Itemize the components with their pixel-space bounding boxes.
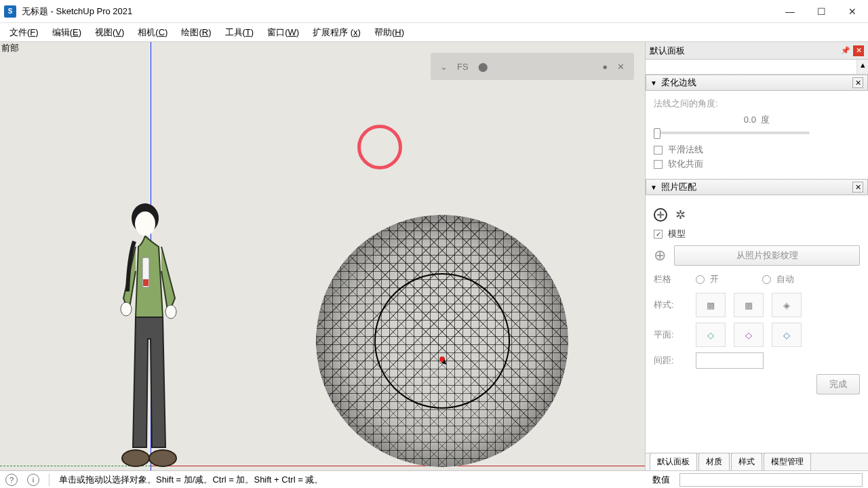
spacing-label: 间距: (654, 354, 688, 367)
menu-view[interactable]: 视图(V) (88, 24, 131, 41)
app-icon: S (4, 5, 16, 18)
angle-slider[interactable] (654, 131, 810, 134)
scrollbar-up-icon[interactable]: ▴ (856, 60, 868, 74)
project-texture-button[interactable]: 从照片投影纹理 (674, 245, 860, 266)
tray-close-icon[interactable]: ✕ (853, 45, 864, 56)
value-label: 数值 (652, 474, 670, 486)
menu-extensions[interactable]: 扩展程序 (x) (306, 24, 368, 41)
close-button[interactable]: ✕ (837, 0, 868, 23)
overlay-fs-label: FS (457, 62, 469, 72)
status-hint: 单击或拖动以选择对象。Shift = 加/减。Ctrl = 加。Shift + … (59, 474, 323, 486)
tab-materials[interactable]: 材质 (698, 453, 730, 470)
click-indicator (357, 125, 402, 169)
panel-photo-header[interactable]: ▼ 照片匹配 ✕ (646, 179, 868, 195)
tray-title-bar[interactable]: 默认面板 📌 ✕ (646, 42, 868, 60)
help-icon[interactable]: ? (5, 474, 18, 486)
angle-label: 法线之间的角度: (654, 98, 860, 110)
target-icon[interactable]: ⊕ (654, 247, 666, 264)
panel-soften-close-icon[interactable]: ✕ (852, 77, 863, 88)
radio-grid-auto[interactable]: 自动 (762, 273, 794, 285)
plane-xy-icon[interactable]: ◇ (696, 323, 726, 347)
recording-overlay: ⌄ FS ⬤ ● ✕ (431, 53, 634, 80)
chevron-down-icon[interactable]: ⌄ (440, 62, 448, 72)
svg-point-5 (165, 305, 176, 319)
plane-xz-icon[interactable]: ◇ (772, 323, 802, 347)
angle-value: 0.0 (744, 115, 756, 125)
panel-photo-title: 照片匹配 (661, 181, 696, 193)
menu-camera[interactable]: 相机(C) (131, 24, 174, 41)
info-icon[interactable]: i (27, 474, 39, 486)
pin-icon[interactable]: 📌 (841, 46, 850, 56)
collapse-icon: ▼ (650, 184, 657, 191)
plane-label: 平面: (654, 329, 688, 341)
checkbox-model[interactable]: ✓模型 (654, 228, 860, 240)
scale-figure (108, 203, 190, 469)
grid-label: 栏格 (654, 273, 688, 285)
menu-edit[interactable]: 编辑(E) (45, 24, 88, 41)
record-icon[interactable]: ● (602, 62, 608, 72)
style-cube2-icon[interactable]: ▦ (734, 293, 764, 317)
svg-point-6 (122, 450, 149, 466)
default-tray: 默认面板 📌 ✕ ▴ ▼ 柔化边线 ✕ 法线之间的角度: 0.0 度 平滑法线 (645, 42, 868, 470)
plane-yz-icon[interactable]: ◇ (734, 323, 764, 347)
panel-soften-header[interactable]: ▼ 柔化边线 ✕ (646, 75, 868, 91)
overlay-close-icon[interactable]: ✕ (617, 62, 625, 72)
minimize-button[interactable]: — (774, 0, 806, 23)
menu-window[interactable]: 窗口(W) (260, 24, 306, 41)
tray-tabs: 默认面板 材质 样式 模型管理 (646, 453, 868, 470)
checkbox-soften-coplanar[interactable]: 软化共面 (654, 158, 860, 170)
viewport-label: 前部 (1, 42, 19, 54)
panel-soften-body: 法线之间的角度: 0.0 度 平滑法线 软化共面 (646, 91, 868, 179)
shield-icon[interactable]: ⬤ (478, 62, 488, 72)
spacing-input[interactable] (696, 352, 764, 369)
panel-soften-title: 柔化边线 (661, 77, 696, 89)
collapse-icon: ▼ (650, 79, 657, 87)
style-cube1-icon[interactable]: ▩ (696, 293, 726, 317)
tab-styles[interactable]: 样式 (731, 453, 762, 470)
tray-title: 默认面板 (650, 45, 685, 57)
panel-photo-body: + ✲ ✓模型 ⊕ 从照片投影纹理 栏格 开 自动 样式: ▩ ▦ (646, 195, 868, 407)
menu-help[interactable]: 帮助(H) (368, 24, 411, 41)
workspace: 前部 ⌄ FS ⬤ ● ✕ (0, 42, 868, 470)
menu-file[interactable]: 文件(F) (3, 24, 45, 41)
checkbox-smooth-normals[interactable]: 平滑法线 (654, 144, 860, 156)
tray-spacer: ▴ (646, 60, 868, 75)
cursor-icon (439, 357, 448, 365)
svg-point-1 (135, 211, 155, 236)
svg-rect-3 (143, 279, 149, 286)
menu-tools[interactable]: 工具(T) (218, 24, 261, 41)
style-label: 样式: (654, 299, 688, 311)
menu-draw[interactable]: 绘图(R) (174, 24, 218, 41)
maximize-button[interactable]: ☐ (806, 0, 837, 23)
title-bar: S 无标题 - SketchUp Pro 2021 — ☐ ✕ (0, 0, 868, 23)
svg-point-4 (121, 302, 132, 316)
window-title: 无标题 - SketchUp Pro 2021 (22, 5, 132, 18)
radio-grid-on[interactable]: 开 (696, 273, 719, 285)
sphere-model[interactable] (316, 215, 568, 467)
panel-photo-close-icon[interactable]: ✕ (852, 182, 863, 192)
angle-unit: 度 (761, 115, 770, 125)
svg-point-7 (149, 450, 176, 466)
menu-bar: 文件(F) 编辑(E) 视图(V) 相机(C) 绘图(R) 工具(T) 窗口(W… (0, 23, 868, 42)
tab-model-mgmt[interactable]: 模型管理 (764, 453, 811, 470)
style-perspective-icon[interactable]: ◈ (772, 293, 802, 317)
gear-icon[interactable]: ✲ (675, 207, 686, 222)
status-bar: ? i 单击或拖动以选择对象。Shift = 加/减。Ctrl = 加。Shif… (0, 470, 868, 488)
viewport[interactable]: 前部 ⌄ FS ⬤ ● ✕ (0, 42, 645, 470)
add-photo-icon[interactable]: + (654, 208, 667, 222)
tab-default[interactable]: 默认面板 (650, 453, 697, 470)
value-input[interactable] (679, 473, 863, 487)
done-button[interactable]: 完成 (816, 374, 860, 394)
